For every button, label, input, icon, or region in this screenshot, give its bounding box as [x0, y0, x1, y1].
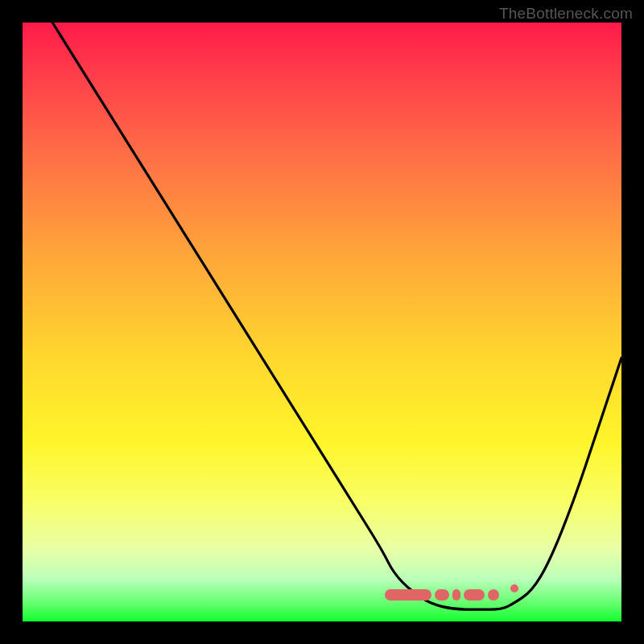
- plot-area: [23, 23, 621, 621]
- optimal-range-marker: [435, 589, 449, 601]
- optimal-range-marker: [464, 589, 485, 601]
- optimal-range-marker: [452, 589, 460, 601]
- optimal-range-marker: [488, 589, 499, 601]
- optimal-point-marker: [510, 584, 518, 592]
- bottleneck-curve: [23, 23, 621, 621]
- optimal-range-marker: [385, 589, 431, 601]
- watermark-text: TheBottleneck.com: [499, 5, 633, 23]
- chart-frame: TheBottleneck.com: [0, 0, 644, 644]
